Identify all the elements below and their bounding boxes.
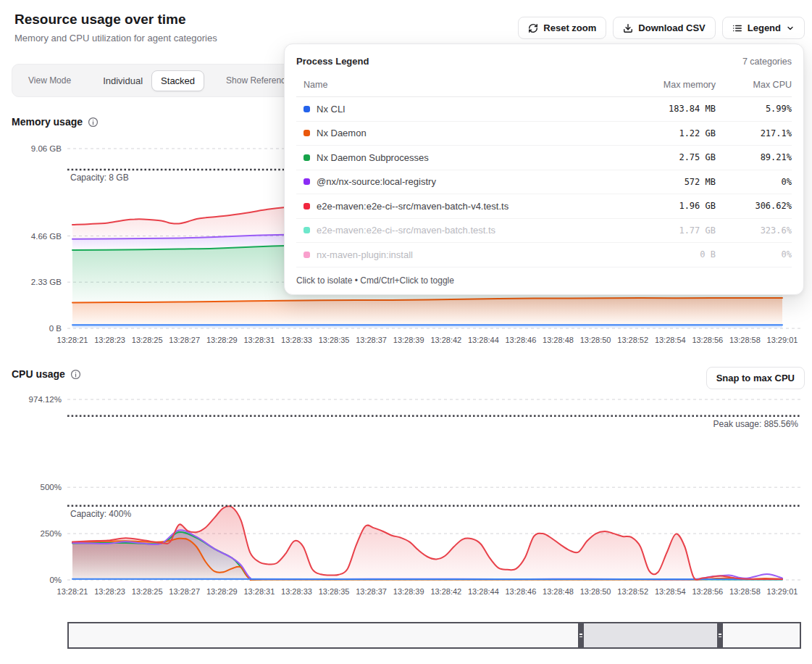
series-max-memory: 2.75 GB [611,152,716,162]
x-tick-label: 13:28:52 [617,336,648,344]
series-max-memory: 183.84 MB [611,104,716,114]
x-tick-label: 13:28:52 [617,587,648,596]
process-legend-popup: Process Legend 7 categories Name Max mem… [284,43,804,295]
download-csv-button[interactable]: Download CSV [613,17,715,39]
page-title: Resource usage over time [14,12,186,28]
x-tick-label: 13:28:21 [57,336,88,344]
view-mode-individual[interactable]: Individual [94,71,151,91]
reset-zoom-button[interactable]: Reset zoom [518,17,606,39]
x-tick-label: 13:28:56 [692,336,723,344]
series-area [72,506,782,580]
snap-to-max-cpu-button[interactable]: Snap to max CPU [706,367,805,389]
x-tick-label: 13:28:23 [94,587,125,596]
x-tick-label: 13:28:31 [243,587,275,596]
x-tick-label: 13:28:44 [468,587,499,596]
info-icon[interactable] [88,117,99,128]
y-tick-label: 2.33 GB [31,278,62,286]
legend-row[interactable]: nx-maven-plugin:install0 B0% [296,243,792,267]
legend-rows: Nx CLI183.84 MB5.99%Nx Daemon1.22 GB217.… [296,97,792,267]
view-mode-stacked[interactable]: Stacked [151,70,204,91]
x-tick-label: 13:28:39 [393,587,424,596]
series-max-memory: 1.96 GB [611,201,716,211]
x-tick-label: 13:28:48 [543,587,574,596]
x-tick-label: 13:28:33 [281,336,312,344]
series-line [72,579,782,580]
legend-label: Legend [748,22,781,33]
time-brush[interactable] [67,622,801,649]
brush-handle-left[interactable] [578,623,584,648]
page-subtitle: Memory and CPU utilization for agent cat… [14,33,217,43]
legend-row[interactable]: Nx Daemon1.22 GB217.1% [296,122,792,146]
legend-row[interactable]: e2e-maven:e2e-ci--src/maven-batch-v4.tes… [296,194,792,219]
reference-label: Peak usage: 885.56% [713,419,799,429]
x-tick-label: 13:28:35 [319,336,350,344]
x-tick-label: 13:28:50 [580,587,611,596]
series-max-cpu: 306.62% [716,201,792,211]
x-tick-label: 13:28:33 [281,587,312,596]
legend-row[interactable]: Nx Daemon Subprocesses2.75 GB89.21% [296,146,792,170]
series-max-memory: 1.22 GB [611,128,716,138]
series-max-cpu: 0% [716,177,792,187]
y-tick-label: 0% [49,576,62,584]
legend-row[interactable]: @nx/nx-source:local-registry572 MB0% [296,170,792,195]
series-max-memory: 1.77 GB [611,225,716,236]
x-tick-label: 13:28:31 [243,336,275,344]
y-tick-label: 9.06 GB [31,144,62,153]
series-max-cpu: 5.99% [716,104,792,114]
reset-zoom-label: Reset zoom [543,22,596,33]
series-max-memory: 572 MB [611,177,716,187]
series-name: Nx Daemon Subprocesses [317,152,429,163]
cpu-usage-heading: CPU usage [12,368,65,380]
series-color-swatch [304,154,310,161]
resource-usage-page: Resource usage over time Memory and CPU … [0,0,812,664]
brush-handle-right[interactable] [717,623,723,648]
refresh-icon [528,23,538,33]
legend-column-headers: Name Max memory Max CPU [296,75,792,97]
cpu-usage-chart[interactable]: Peak usage: 885.56%Capacity: 400%974.12%… [0,391,812,602]
x-tick-label: 13:28:27 [169,587,200,596]
download-csv-label: Download CSV [638,22,705,33]
column-max-cpu: Max CPU [716,80,792,90]
legend-popup-title: Process Legend [296,56,369,67]
x-tick-label: 13:28:29 [206,587,238,596]
series-name: e2e-maven:e2e-ci--src/maven-batch.test.t… [317,225,495,236]
x-tick-label: 13:28:42 [430,336,461,344]
x-tick-label: 13:29:01 [767,336,798,344]
series-max-memory: 0 B [611,249,716,260]
legend-row[interactable]: e2e-maven:e2e-ci--src/maven-batch.test.t… [296,219,792,244]
x-tick-label: 13:28:46 [505,336,536,344]
reference-label: Capacity: 8 GB [70,173,129,183]
series-color-swatch [304,106,310,112]
series-max-cpu: 217.1% [716,128,792,138]
series-color-swatch [304,203,310,209]
x-tick-label: 13:28:48 [543,336,574,344]
x-tick-label: 13:28:35 [319,587,350,596]
x-tick-label: 13:28:58 [729,336,761,344]
series-color-swatch [304,130,310,136]
series-name: Nx Daemon [317,128,367,138]
column-name: Name [296,80,611,90]
legend-popup-hint: Click to isolate • Cmd/Ctrl+Click to tog… [296,267,792,286]
header-actions: Reset zoom Download CSV Legend [518,17,805,39]
legend-button[interactable]: Legend [722,17,805,39]
x-tick-label: 13:28:42 [430,587,461,596]
cpu-section-title: CPU usage [12,368,81,380]
x-tick-label: 13:28:27 [169,336,200,344]
x-tick-label: 13:28:25 [132,336,163,344]
memory-usage-heading: Memory usage [12,116,83,128]
series-name: Nx CLI [317,104,346,115]
legend-row[interactable]: Nx CLI183.84 MB5.99% [296,97,792,122]
y-tick-label: 4.66 GB [31,232,62,241]
x-tick-label: 13:28:21 [57,587,88,596]
y-tick-label: 0 B [49,324,62,333]
info-icon[interactable] [70,369,81,380]
download-icon [623,23,633,33]
x-tick-label: 13:28:37 [356,587,387,596]
series-color-swatch [304,252,310,258]
x-tick-label: 13:28:54 [655,336,686,344]
x-tick-label: 13:28:44 [468,336,499,344]
series-max-cpu: 323.6% [716,225,792,236]
x-tick-label: 13:28:25 [132,587,163,596]
brush-selection[interactable] [581,623,720,647]
x-tick-label: 13:28:23 [94,336,125,344]
